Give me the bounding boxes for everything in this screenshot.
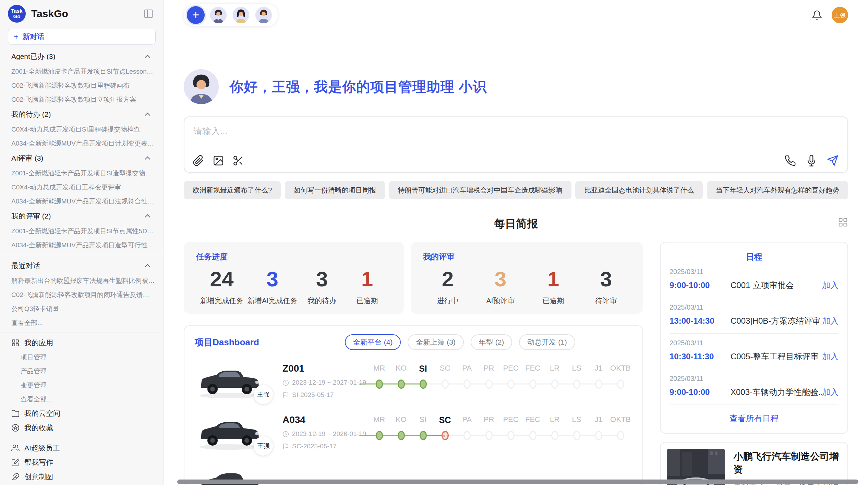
send-icon[interactable]	[827, 155, 839, 166]
join-link[interactable]: 加入	[822, 315, 839, 326]
microphone-icon[interactable]	[806, 155, 817, 166]
sidebar-item-help-write[interactable]: 帮我写作	[0, 455, 163, 470]
horizontal-scrollbar[interactable]	[177, 480, 858, 484]
join-link[interactable]: 加入	[822, 280, 839, 291]
milestone-label: PA	[456, 415, 478, 425]
assistant-avatar	[184, 69, 219, 104]
stat-label: 进行中	[427, 296, 468, 306]
card-title: 我的评审	[423, 251, 631, 262]
bell-icon	[812, 10, 822, 20]
contact-avatar-2[interactable]	[232, 6, 250, 24]
greeting-block: 你好，王强，我是你的项目管理助理 小识	[184, 69, 848, 104]
milestone-label: J1	[588, 364, 610, 374]
progress-line-done	[359, 435, 423, 436]
recent-view-all[interactable]: 查看全部...	[0, 316, 163, 330]
milestone-label: LR	[544, 415, 566, 425]
suggestion-chip[interactable]: 欧洲新规最近颁布了什么?	[184, 181, 281, 199]
filter-year-model[interactable]: 年型 (2)	[471, 334, 513, 350]
stat-value: 24	[200, 267, 243, 291]
my-review-card: 我的评审 2 进行中 3 AI预评审 1	[411, 242, 643, 314]
schedule-item: 2025/03/11 9:00-10:00 X003-车辆动力学性能验... 加…	[670, 369, 839, 405]
filter-new-body[interactable]: 全新上装 (3)	[408, 334, 464, 350]
sidebar-task-item[interactable]: A034-全新新能源MUV产品开发项目法规符合性评审	[0, 194, 163, 208]
contact-avatar-1[interactable]	[209, 6, 227, 24]
truck-image	[195, 414, 263, 453]
suggestion-chip[interactable]: 比亚迪全固态电池计划具体说了什么	[575, 181, 703, 199]
project-info: Z001 2023-12-19 ~ 2027-01-19 SI-2025-05-…	[282, 363, 368, 399]
sidebar-item-creative-draw[interactable]: 创意制图	[0, 470, 163, 484]
section-agent-done[interactable]: Agent已办 (3)	[0, 49, 163, 64]
user-avatar[interactable]: 王强	[832, 7, 848, 23]
schedule-time: 9:00-10:00	[670, 281, 731, 290]
suggestion-chip[interactable]: 特朗普可能对进口汽车增税会对中国车企造成哪些影响	[389, 181, 571, 199]
section-my-review[interactable]: 我的评审 (2)	[0, 208, 163, 224]
contact-avatar-3[interactable]	[255, 6, 273, 24]
suggestion-chips: 欧洲新规最近颁布了什么? 如何写一份清晰的项目周报 特朗普可能对进口汽车增税会对…	[184, 181, 848, 199]
section-recent-chats[interactable]: 最近对话	[0, 258, 163, 274]
join-link[interactable]: 加入	[822, 351, 839, 362]
new-chat-button[interactable]: + 新对话	[8, 29, 156, 45]
sidebar-task-item[interactable]: A034-全新新能源MUV产品开发项目造型可行性评审	[0, 238, 163, 252]
project-row[interactable]: 王强 A034 2023-12-19 ~ 2026-01-19 SC-2025-…	[195, 414, 632, 453]
dashboard-title: 项目Dashboard	[195, 336, 259, 348]
suggestion-chip[interactable]: 当下年轻人对汽车外观有怎样的喜好趋势	[707, 181, 848, 199]
news-card[interactable]: 小鹏飞行汽车制造公司增资 天眼查 App 显示，近日广州汇天飞行汽...	[660, 442, 848, 485]
schedule-event-title: C003|H0B-方案冻结评审	[731, 315, 822, 326]
project-flag-label: SI-2025-05-17	[292, 391, 334, 399]
milestone-dot	[507, 431, 515, 440]
project-owner-badge: 王强	[254, 436, 273, 456]
sidebar-task-item[interactable]: C02-飞腾新能源轻客改款项目立项汇报方案	[0, 92, 163, 107]
sidebar-task-item[interactable]: Z001-全新燃油轻卡产品开发项目SI节点属性5D文件评审	[0, 224, 163, 238]
scissors-icon[interactable]	[232, 155, 244, 166]
filter-all-new-platform[interactable]: 全新平台 (4)	[345, 334, 401, 350]
add-contact-button[interactable]: +	[187, 6, 205, 24]
apps-view-all[interactable]: 查看全部...	[0, 392, 163, 406]
sidebar-task-item[interactable]: C0X4-动力总成开发项目SI里程碑提交物检查	[0, 122, 163, 136]
attachment-icon[interactable]	[193, 155, 204, 166]
sidebar-task-item[interactable]: Z001-全新燃油轻卡产品开发项目SI造型提交物评审	[0, 166, 163, 180]
schedule-time: 13:00-14:30	[670, 316, 731, 326]
recent-chat-item[interactable]: C02-飞腾新能源轻客改款项目的闭环通告反馈情况	[0, 288, 163, 302]
milestone-label: PEC	[500, 364, 522, 374]
app-item-project-mgmt[interactable]: 项目管理	[0, 350, 163, 364]
stat-value: 1	[347, 267, 388, 291]
view-all-schedule-link[interactable]: 查看所有日程	[670, 405, 839, 431]
sidebar-task-item[interactable]: Z001-全新燃油皮卡产品开发项目SI节点Lesson Learn报告	[0, 64, 163, 78]
sidebar-task-item[interactable]: C0X4-动力总成开发项目工程变更评审	[0, 180, 163, 194]
sidebar-collapse-button[interactable]	[143, 9, 154, 19]
stat-ai-prereview: 3 AI预评审	[480, 267, 521, 306]
layout-switch-button[interactable]	[838, 217, 848, 227]
chat-input-box[interactable]: 请输入...	[184, 116, 848, 173]
creative-draw-label: 创意制图	[24, 472, 53, 482]
sidebar-item-ai-staff[interactable]: AI超级员工	[0, 441, 163, 455]
milestone-label: KO	[390, 364, 412, 374]
schedule-event-title: X003-车辆动力学性能验...	[731, 387, 822, 398]
sidebar-item-cloud-space[interactable]: 我的云空间	[0, 406, 163, 421]
milestone-dot	[529, 380, 537, 389]
input-placeholder: 请输入...	[193, 125, 228, 137]
app-item-product-mgmt[interactable]: 产品管理	[0, 364, 163, 378]
app-logo: Task Go	[8, 5, 26, 23]
sidebar-item-my-apps[interactable]: 我的应用	[0, 336, 163, 350]
phone-call-icon[interactable]	[784, 155, 796, 166]
filter-powertrain[interactable]: 动总开发 (1)	[519, 334, 575, 350]
suggestion-chip[interactable]: 如何写一份清晰的项目周报	[285, 181, 385, 199]
section-ai-review[interactable]: AI评审 (3)	[0, 150, 163, 166]
recent-chat-item[interactable]: 公司Q3轻卡销量	[0, 302, 163, 316]
card-title: 任务进度	[196, 251, 392, 262]
join-link[interactable]: 加入	[822, 387, 839, 398]
milestone-label: KO	[390, 415, 412, 425]
recent-chat-item[interactable]: 解释最新出台的欧盟报废车法规再生塑料比例被调至15%...	[0, 274, 163, 288]
sidebar-task-item[interactable]: A034-全新新能源MUV产品开发项目计划变更表编写	[0, 136, 163, 150]
milestone-dot	[442, 380, 449, 389]
sidebar-task-item[interactable]: C02-飞腾新能源轻客改款项目里程碑画布	[0, 78, 163, 92]
app-item-change-mgmt[interactable]: 变更管理	[0, 378, 163, 392]
notifications-button[interactable]	[812, 10, 822, 20]
project-row[interactable]: 王强 Z001 2023-12-19 ~ 2027-01-19 SI-2025-…	[195, 363, 632, 401]
image-upload-icon[interactable]	[213, 155, 224, 166]
daily-brief-header: 每日简报	[184, 216, 848, 230]
plus-icon: +	[14, 32, 19, 41]
section-my-todo[interactable]: 我的待办 (2)	[0, 107, 163, 122]
sidebar-item-favorites[interactable]: 我的收藏	[0, 421, 163, 435]
project-info: A034 2023-12-19 ~ 2026-01-19 SC-2025-05-…	[282, 414, 368, 450]
